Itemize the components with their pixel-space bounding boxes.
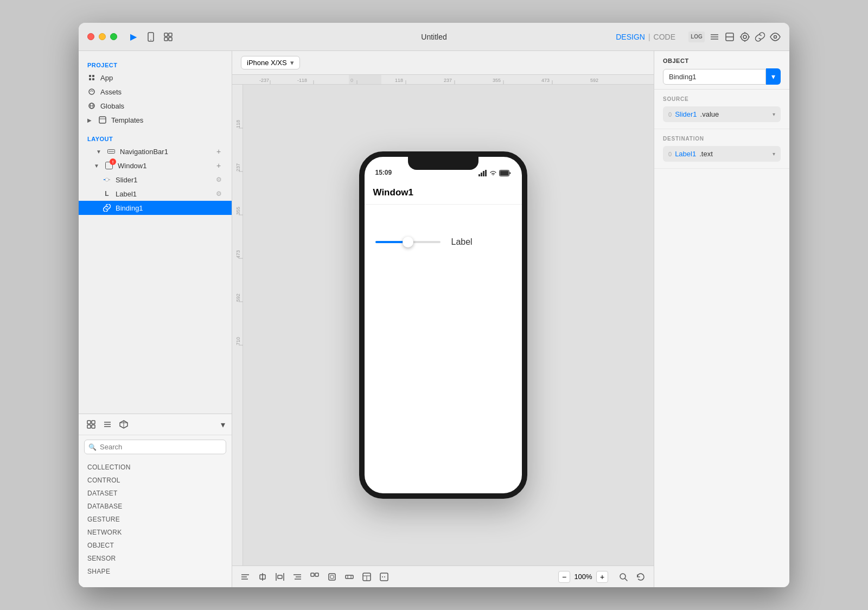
- svg-point-17: [774, 35, 777, 38]
- library-categories: COLLECTION CONTROL DATASET DATABASE GEST…: [79, 459, 232, 587]
- nav-bar-label: NavigationBar1: [120, 148, 210, 156]
- maximize-button[interactable]: [110, 33, 117, 40]
- binding-chevron-icon[interactable]: ▾: [766, 68, 781, 85]
- design-label[interactable]: DESIGN: [616, 33, 645, 41]
- svg-line-101: [625, 579, 627, 581]
- sidebar-top: PROJECT App: [79, 51, 232, 414]
- sidebar-item-label[interactable]: L Label1 ⚙: [79, 187, 232, 201]
- eye-icon[interactable]: [770, 31, 781, 42]
- overflow-icon[interactable]: [378, 570, 391, 583]
- canvas-content-area: 118 237 355 473 592 710: [232, 85, 654, 565]
- category-control[interactable]: CONTROL: [79, 474, 232, 487]
- globals-icon: [87, 101, 96, 110]
- resize-icon[interactable]: [724, 31, 735, 42]
- zoom-in-button[interactable]: +: [596, 571, 608, 583]
- search-canvas-icon[interactable]: [617, 570, 630, 583]
- svg-rect-5: [169, 37, 172, 41]
- layout-header: LAYOUT: [79, 131, 232, 144]
- group-icon[interactable]: [308, 570, 321, 583]
- list-icon[interactable]: [101, 418, 113, 430]
- category-sensor[interactable]: SENSOR: [79, 552, 232, 565]
- source-dropdown-icon: ▾: [773, 111, 775, 117]
- search-input[interactable]: [84, 440, 226, 454]
- window-title: Untitled: [421, 33, 446, 41]
- source-value[interactable]: 0 Slider1.value ▾: [663, 106, 781, 122]
- code-label[interactable]: CODE: [654, 33, 675, 41]
- main-area: PROJECT App: [79, 51, 789, 587]
- svg-point-33: [105, 178, 108, 181]
- arrange-icon[interactable]: [343, 570, 356, 583]
- zoom-out-button[interactable]: −: [558, 571, 570, 583]
- log-button[interactable]: LOG: [688, 31, 705, 42]
- sidebar-item-globals[interactable]: Globals: [79, 99, 232, 113]
- distribute-icon[interactable]: [273, 570, 286, 583]
- device-chevron-icon: ▾: [290, 59, 294, 67]
- svg-rect-4: [164, 37, 168, 41]
- grid-icon[interactable]: [163, 31, 174, 42]
- undo-icon[interactable]: [634, 570, 647, 583]
- align-center-v-icon[interactable]: [256, 570, 269, 583]
- device-selector[interactable]: iPhone X/XS ▾: [241, 56, 300, 69]
- right-panel: OBJECT ▾ SOURCE 0 Slider1.value ▾ DESTIN…: [654, 51, 789, 587]
- phone-content-area: Label: [365, 237, 522, 247]
- category-gesture[interactable]: GESTURE: [79, 513, 232, 526]
- device-label: iPhone X/XS: [247, 59, 287, 67]
- category-shape[interactable]: SHAPE: [79, 565, 232, 578]
- assets-label: Assets: [100, 88, 223, 96]
- object-title: OBJECT: [663, 58, 781, 64]
- sidebar-item-binding[interactable]: Binding1: [79, 201, 232, 215]
- templates-expand-icon: ▶: [87, 117, 94, 123]
- templates-icon: [98, 116, 107, 124]
- svg-point-22: [89, 89, 94, 94]
- binding-label: Binding1: [116, 204, 223, 212]
- destination-index: 0: [668, 151, 672, 157]
- align-right-icon[interactable]: [291, 570, 304, 583]
- svg-text:118: 118: [395, 78, 403, 83]
- design-code-switcher: DESIGN | CODE: [616, 33, 675, 41]
- category-object[interactable]: OBJECT: [79, 539, 232, 552]
- phone-window-title: Window1: [373, 187, 413, 198]
- close-button[interactable]: [87, 33, 94, 40]
- sidebar-item-slider[interactable]: Slider1 ⚙: [79, 173, 232, 187]
- sidebar-item-window[interactable]: ▼ ! Window1 +: [79, 158, 232, 173]
- sidebar-item-assets[interactable]: Assets: [79, 85, 232, 99]
- layout-icon[interactable]: [360, 570, 373, 583]
- traffic-lights: [87, 33, 117, 40]
- category-database[interactable]: DATABASE: [79, 500, 232, 513]
- binding-name-input[interactable]: [663, 69, 766, 85]
- svg-rect-89: [315, 573, 318, 576]
- sidebar-item-app[interactable]: App: [79, 71, 232, 85]
- hierarchy-icon[interactable]: [709, 31, 720, 42]
- 3d-icon[interactable]: [118, 418, 130, 430]
- align-left-icon[interactable]: [239, 570, 252, 583]
- category-dataset[interactable]: DATASET: [79, 487, 232, 500]
- svg-point-12: [743, 35, 746, 39]
- sidebar-item-navigationbar[interactable]: ▼ NavigationBar1 +: [79, 144, 232, 158]
- device-icon[interactable]: [145, 31, 156, 42]
- svg-text:-237: -237: [259, 78, 269, 83]
- sidebar-item-templates[interactable]: ▶ Templates: [79, 113, 232, 127]
- svg-rect-84: [278, 575, 282, 579]
- play-button[interactable]: ▶: [128, 31, 139, 42]
- window-add-icon[interactable]: +: [214, 161, 223, 170]
- stack-icon[interactable]: [326, 570, 339, 583]
- library-toolbar: ▾: [79, 414, 232, 435]
- zoom-control: − 100% +: [558, 571, 608, 583]
- component-icon[interactable]: [85, 418, 97, 430]
- category-collection[interactable]: COLLECTION: [79, 461, 232, 474]
- minimize-button[interactable]: [99, 33, 106, 40]
- nav-expand-icon: ▼: [96, 149, 103, 155]
- svg-rect-76: [500, 171, 508, 176]
- nav-add-icon[interactable]: +: [214, 147, 223, 156]
- svg-text:355: 355: [493, 78, 501, 83]
- app-icon: [87, 73, 96, 82]
- label-settings-icon[interactable]: ⚙: [214, 189, 223, 198]
- category-network[interactable]: NETWORK: [79, 526, 232, 539]
- canvas-scroll[interactable]: 15:09: [232, 85, 654, 565]
- svg-point-11: [741, 33, 749, 41]
- inspect-icon[interactable]: [739, 31, 750, 42]
- destination-value[interactable]: 0 Label1.text ▾: [663, 146, 781, 162]
- link-icon[interactable]: [755, 31, 765, 42]
- slider-settings-icon[interactable]: ⚙: [214, 175, 223, 184]
- library-dropdown[interactable]: ▾: [221, 420, 225, 430]
